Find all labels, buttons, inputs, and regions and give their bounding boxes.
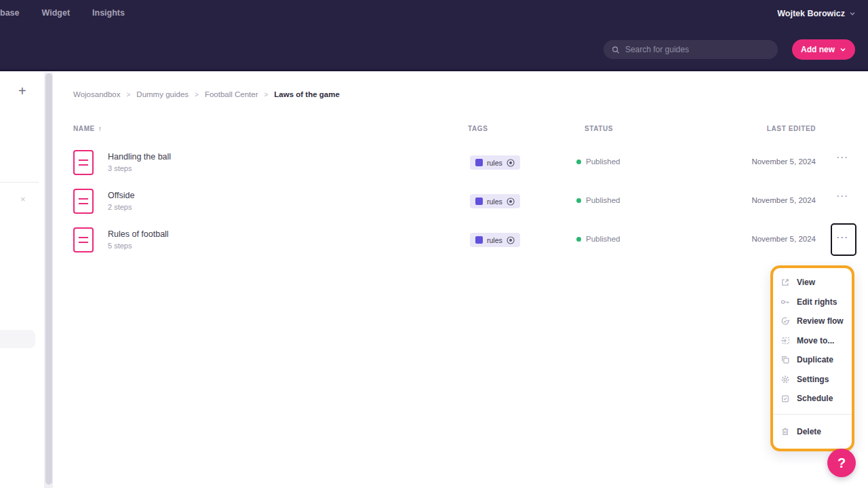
tag-pill[interactable]: rules — [470, 233, 520, 247]
trash-icon — [781, 427, 790, 436]
calendar-check-icon — [781, 394, 790, 403]
more-options-button[interactable]: ··· — [835, 191, 851, 201]
nav-item-knowledge-base[interactable]: base — [0, 8, 20, 18]
more-options-button[interactable]: ··· — [835, 153, 851, 162]
breadcrumb-separator: > — [264, 91, 269, 98]
tag-label: rules — [487, 236, 502, 244]
guide-row[interactable]: Handling the ball 3 steps rules Publishe… — [61, 143, 861, 182]
menu-item-move-to[interactable]: Move to... — [773, 331, 852, 351]
menu-item-duplicate[interactable]: Duplicate — [773, 350, 852, 370]
sidebar-divider — [0, 182, 39, 183]
external-link-icon — [781, 278, 790, 287]
breadcrumb: Wojosandbox > Dummy guides > Football Ce… — [73, 90, 340, 98]
status-badge: Published — [576, 196, 620, 204]
soccer-ball-icon — [507, 236, 515, 244]
status-badge: Published — [576, 235, 620, 243]
column-header-tags: TAGS — [468, 125, 488, 132]
guide-icon — [73, 227, 94, 252]
status-dot — [576, 198, 581, 203]
guide-steps: 3 steps — [108, 164, 132, 172]
status-dot — [576, 159, 581, 164]
user-name: Wojtek Borowicz — [777, 9, 845, 18]
move-to-icon — [781, 336, 790, 345]
last-edited-date: November 5, 2024 — [751, 157, 816, 166]
menu-item-edit-rights[interactable]: Edit rights — [773, 293, 852, 312]
guide-title: Handling the ball — [108, 152, 171, 162]
last-edited-date: November 5, 2024 — [751, 196, 816, 204]
add-guide-button[interactable]: + — [18, 84, 26, 98]
sidebar-scrollbar-thumb[interactable] — [45, 73, 52, 485]
soccer-ball-icon — [507, 198, 515, 206]
breadcrumb-workspace[interactable]: Wojosandbox — [73, 90, 120, 98]
topbar: base Widget Insights Wojtek Borowicz Add… — [0, 0, 868, 71]
row-context-menu: View Edit rights Review flow Move to... … — [770, 265, 854, 451]
column-header-name[interactable]: NAME↑ — [73, 125, 102, 132]
guide-steps: 5 steps — [108, 242, 132, 250]
breadcrumb-folder[interactable]: Dummy guides — [136, 90, 189, 98]
nav-item-insights[interactable]: Insights — [92, 8, 125, 18]
add-new-label: Add new — [801, 45, 835, 54]
tag-label: rules — [487, 198, 502, 206]
search-input[interactable] — [625, 45, 770, 54]
sort-ascending-icon: ↑ — [98, 125, 102, 132]
chevron-down-icon — [840, 46, 846, 53]
status-badge: Published — [576, 157, 620, 166]
status-dot — [576, 237, 581, 242]
tag-label: rules — [487, 159, 502, 167]
chevron-down-icon — [849, 10, 856, 17]
guide-steps: 2 steps — [108, 203, 132, 211]
guide-title: Rules of football — [108, 229, 169, 239]
menu-item-review-flow[interactable]: Review flow — [773, 312, 852, 331]
nav-item-widget[interactable]: Widget — [42, 8, 71, 18]
gear-icon — [781, 375, 790, 384]
duplicate-icon — [781, 355, 790, 364]
guide-icon — [73, 189, 94, 214]
tag-color-swatch — [475, 159, 483, 166]
status-label: Published — [586, 196, 620, 204]
menu-divider — [773, 414, 852, 415]
add-new-button[interactable]: Add new — [792, 39, 855, 60]
key-icon — [781, 297, 790, 307]
review-check-icon — [781, 316, 790, 326]
menu-item-view[interactable]: View — [773, 273, 852, 293]
tag-color-swatch — [475, 198, 483, 205]
breadcrumb-current: Laws of the game — [274, 90, 340, 98]
menu-item-settings[interactable]: Settings — [773, 370, 852, 390]
column-header-last-edited: LAST EDITED — [767, 125, 816, 132]
help-button[interactable]: ? — [827, 449, 856, 477]
last-edited-date: November 5, 2024 — [751, 235, 816, 243]
menu-item-delete[interactable]: Delete — [773, 420, 852, 443]
guide-icon — [73, 150, 94, 175]
breadcrumb-separator: > — [195, 91, 199, 98]
guide-title: Offside — [108, 191, 134, 200]
more-options-button-active[interactable]: ··· — [835, 233, 851, 242]
breadcrumb-separator: > — [126, 91, 130, 98]
guide-row[interactable]: Rules of football 5 steps rules Publishe… — [61, 221, 861, 259]
tag-pill[interactable]: rules — [470, 194, 520, 208]
tag-pill[interactable]: rules — [470, 155, 520, 170]
search-bar[interactable] — [604, 40, 778, 59]
collapse-sidebar-icon[interactable]: × — [20, 194, 26, 204]
status-label: Published — [586, 157, 620, 166]
user-menu[interactable]: Wojtek Borowicz — [777, 9, 856, 18]
column-header-status: STATUS — [585, 125, 613, 132]
soccer-ball-icon — [507, 159, 515, 167]
main-nav: base Widget Insights — [0, 8, 125, 18]
status-label: Published — [586, 235, 620, 243]
tag-color-swatch — [475, 236, 483, 244]
guide-row[interactable]: Offside 2 steps rules Published November… — [61, 182, 861, 221]
breadcrumb-subfolder[interactable]: Football Center — [205, 90, 258, 98]
menu-item-schedule[interactable]: Schedule — [773, 389, 852, 409]
search-icon — [612, 45, 620, 54]
sidebar-highlighted-item[interactable] — [0, 330, 35, 348]
